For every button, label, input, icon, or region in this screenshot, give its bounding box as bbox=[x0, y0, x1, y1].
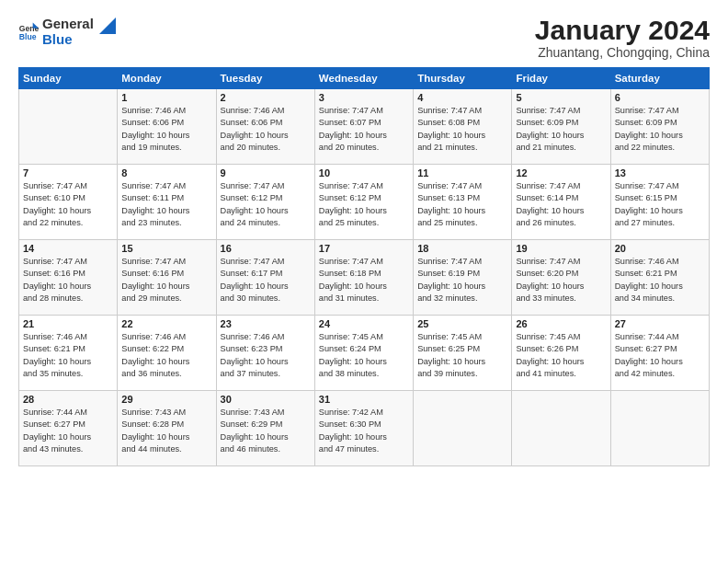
daylight-text-2: and 43 minutes. bbox=[23, 443, 113, 455]
day-number: 12 bbox=[516, 167, 606, 178]
day-number: 29 bbox=[121, 394, 211, 405]
daylight-text-2: and 35 minutes. bbox=[23, 368, 113, 380]
sunset-text: Sunset: 6:29 PM bbox=[221, 419, 311, 431]
sunrise-text: Sunrise: 7:44 AM bbox=[615, 331, 705, 343]
location-subtitle: Zhuantang, Chongqing, China bbox=[535, 45, 710, 60]
sunrise-text: Sunrise: 7:47 AM bbox=[417, 180, 507, 192]
logo: General Blue General Blue bbox=[18, 15, 116, 47]
calendar-cell: 8Sunrise: 7:47 AMSunset: 6:11 PMDaylight… bbox=[118, 165, 216, 240]
daylight-text-1: Daylight: 10 hours bbox=[319, 431, 409, 443]
svg-text:General: General bbox=[19, 24, 39, 33]
day-details: Sunrise: 7:44 AMSunset: 6:27 PMDaylight:… bbox=[23, 407, 113, 455]
sunset-text: Sunset: 6:21 PM bbox=[23, 343, 113, 355]
day-number: 16 bbox=[221, 243, 311, 254]
sunrise-text: Sunrise: 7:47 AM bbox=[221, 256, 311, 268]
calendar-cell: 16Sunrise: 7:47 AMSunset: 6:17 PMDayligh… bbox=[216, 240, 314, 316]
sunrise-text: Sunrise: 7:43 AM bbox=[121, 407, 211, 419]
sunrise-text: Sunrise: 7:47 AM bbox=[319, 256, 409, 268]
daylight-text-1: Daylight: 10 hours bbox=[319, 130, 409, 142]
day-number: 11 bbox=[417, 167, 507, 178]
day-number: 9 bbox=[221, 167, 311, 178]
calendar-cell: 29Sunrise: 7:43 AMSunset: 6:28 PMDayligh… bbox=[118, 391, 216, 466]
day-number: 20 bbox=[615, 243, 705, 254]
svg-marker-3 bbox=[99, 17, 116, 34]
day-number: 15 bbox=[121, 243, 211, 254]
sunrise-text: Sunrise: 7:47 AM bbox=[417, 256, 507, 268]
day-details: Sunrise: 7:47 AMSunset: 6:19 PMDaylight:… bbox=[417, 256, 507, 304]
daylight-text-2: and 36 minutes. bbox=[121, 368, 211, 380]
daylight-text-2: and 41 minutes. bbox=[516, 368, 606, 380]
day-details: Sunrise: 7:46 AMSunset: 6:23 PMDaylight:… bbox=[221, 331, 311, 380]
day-number: 3 bbox=[319, 92, 409, 103]
daylight-text-2: and 44 minutes. bbox=[121, 443, 211, 455]
day-details: Sunrise: 7:43 AMSunset: 6:28 PMDaylight:… bbox=[121, 407, 211, 455]
daylight-text-1: Daylight: 10 hours bbox=[23, 356, 113, 368]
calendar-week-row: 28Sunrise: 7:44 AMSunset: 6:27 PMDayligh… bbox=[19, 391, 710, 466]
sunrise-text: Sunrise: 7:42 AM bbox=[319, 407, 409, 419]
sunset-text: Sunset: 6:12 PM bbox=[221, 192, 311, 204]
calendar-cell: 3Sunrise: 7:47 AMSunset: 6:07 PMDaylight… bbox=[314, 89, 413, 165]
sunset-text: Sunset: 6:08 PM bbox=[417, 117, 507, 129]
day-number: 22 bbox=[121, 318, 211, 329]
logo-general-text: General bbox=[42, 17, 94, 32]
day-details: Sunrise: 7:46 AMSunset: 6:06 PMDaylight:… bbox=[121, 105, 211, 154]
calendar-cell: 2Sunrise: 7:46 AMSunset: 6:06 PMDaylight… bbox=[216, 89, 314, 165]
day-number: 30 bbox=[221, 394, 311, 405]
sunset-text: Sunset: 6:07 PM bbox=[319, 117, 409, 129]
daylight-text-1: Daylight: 10 hours bbox=[221, 130, 311, 142]
sunset-text: Sunset: 6:16 PM bbox=[23, 268, 113, 280]
day-number: 17 bbox=[319, 243, 409, 254]
sunset-text: Sunset: 6:12 PM bbox=[319, 192, 409, 204]
day-details: Sunrise: 7:47 AMSunset: 6:16 PMDaylight:… bbox=[121, 256, 211, 304]
sunrise-text: Sunrise: 7:46 AM bbox=[221, 105, 311, 117]
day-details: Sunrise: 7:47 AMSunset: 6:16 PMDaylight:… bbox=[23, 256, 113, 304]
day-of-week-header: Monday bbox=[118, 68, 216, 89]
calendar-cell: 9Sunrise: 7:47 AMSunset: 6:12 PMDaylight… bbox=[216, 165, 314, 240]
sunset-text: Sunset: 6:09 PM bbox=[516, 117, 606, 129]
day-number: 31 bbox=[319, 394, 409, 405]
day-of-week-header: Thursday bbox=[414, 68, 512, 89]
calendar-header-row: SundayMondayTuesdayWednesdayThursdayFrid… bbox=[19, 68, 710, 89]
daylight-text-1: Daylight: 10 hours bbox=[417, 130, 507, 142]
day-number: 8 bbox=[121, 167, 211, 178]
sunset-text: Sunset: 6:15 PM bbox=[615, 192, 705, 204]
day-details: Sunrise: 7:47 AMSunset: 6:15 PMDaylight:… bbox=[615, 180, 705, 229]
daylight-text-2: and 27 minutes. bbox=[615, 217, 705, 229]
day-number: 28 bbox=[23, 394, 113, 405]
day-details: Sunrise: 7:47 AMSunset: 6:20 PMDaylight:… bbox=[516, 256, 606, 304]
calendar-cell: 6Sunrise: 7:47 AMSunset: 6:09 PMDaylight… bbox=[610, 89, 709, 165]
sunset-text: Sunset: 6:24 PM bbox=[319, 343, 409, 355]
sunrise-text: Sunrise: 7:46 AM bbox=[121, 105, 211, 117]
daylight-text-1: Daylight: 10 hours bbox=[221, 431, 311, 443]
daylight-text-1: Daylight: 10 hours bbox=[121, 281, 211, 293]
sunrise-text: Sunrise: 7:47 AM bbox=[615, 105, 705, 117]
daylight-text-2: and 25 minutes. bbox=[319, 217, 409, 229]
daylight-text-1: Daylight: 10 hours bbox=[516, 356, 606, 368]
calendar-week-row: 1Sunrise: 7:46 AMSunset: 6:06 PMDaylight… bbox=[19, 89, 710, 165]
calendar-cell bbox=[19, 89, 118, 165]
day-details: Sunrise: 7:45 AMSunset: 6:26 PMDaylight:… bbox=[516, 331, 606, 380]
daylight-text-2: and 30 minutes. bbox=[221, 293, 311, 304]
daylight-text-2: and 33 minutes. bbox=[516, 293, 606, 304]
day-number: 4 bbox=[417, 92, 507, 103]
daylight-text-1: Daylight: 10 hours bbox=[121, 356, 211, 368]
daylight-text-2: and 19 minutes. bbox=[121, 142, 211, 154]
sunrise-text: Sunrise: 7:45 AM bbox=[319, 331, 409, 343]
daylight-text-1: Daylight: 10 hours bbox=[417, 281, 507, 293]
daylight-text-1: Daylight: 10 hours bbox=[121, 431, 211, 443]
calendar-cell: 23Sunrise: 7:46 AMSunset: 6:23 PMDayligh… bbox=[216, 316, 314, 391]
day-details: Sunrise: 7:42 AMSunset: 6:30 PMDaylight:… bbox=[319, 407, 409, 455]
month-year-title: January 2024 bbox=[535, 15, 710, 45]
sunset-text: Sunset: 6:28 PM bbox=[121, 419, 211, 431]
calendar-cell bbox=[610, 391, 709, 466]
day-details: Sunrise: 7:47 AMSunset: 6:11 PMDaylight:… bbox=[121, 180, 211, 229]
day-details: Sunrise: 7:47 AMSunset: 6:07 PMDaylight:… bbox=[319, 105, 409, 154]
daylight-text-1: Daylight: 10 hours bbox=[417, 356, 507, 368]
sunrise-text: Sunrise: 7:47 AM bbox=[23, 256, 113, 268]
day-number: 6 bbox=[615, 92, 705, 103]
sunrise-text: Sunrise: 7:47 AM bbox=[121, 180, 211, 192]
daylight-text-2: and 29 minutes. bbox=[121, 293, 211, 304]
sunset-text: Sunset: 6:10 PM bbox=[23, 192, 113, 204]
day-details: Sunrise: 7:45 AMSunset: 6:25 PMDaylight:… bbox=[417, 331, 507, 380]
sunset-text: Sunset: 6:30 PM bbox=[319, 419, 409, 431]
